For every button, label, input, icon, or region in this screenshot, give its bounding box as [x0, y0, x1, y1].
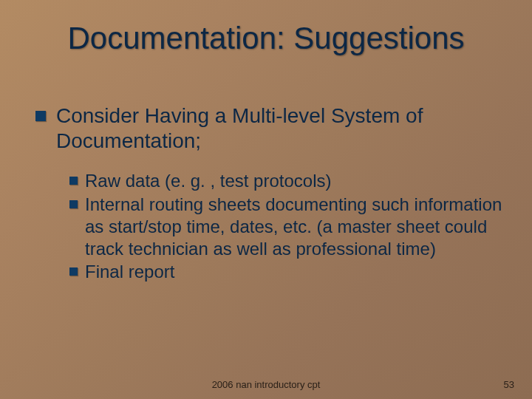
- square-bullet-icon: [69, 200, 78, 208]
- footer-text: 2006 nan introductory cpt: [0, 379, 532, 390]
- list-item-text: Final report: [85, 261, 174, 283]
- slide-title: Documentation: Suggestions: [0, 21, 532, 56]
- square-bullet-icon: [69, 177, 78, 185]
- slide-body: Consider Having a Multi-level System of …: [35, 103, 502, 284]
- list-item-text: Internal routing sheets documenting such…: [85, 194, 502, 259]
- slide: Documentation: Suggestions Consider Havi…: [0, 0, 532, 399]
- square-bullet-icon: [35, 111, 46, 121]
- list-item: Final report: [69, 261, 502, 283]
- list-item-text: Consider Having a Multi-level System of …: [56, 103, 502, 154]
- square-bullet-icon: [69, 267, 78, 276]
- list-item: Raw data (e. g. , test protocols): [69, 170, 502, 192]
- list-item: Internal routing sheets documenting such…: [69, 194, 502, 259]
- sub-list: Raw data (e. g. , test protocols) Intern…: [69, 170, 502, 283]
- page-number: 53: [504, 379, 514, 390]
- list-item: Consider Having a Multi-level System of …: [35, 103, 502, 154]
- list-item-text: Raw data (e. g. , test protocols): [85, 170, 331, 192]
